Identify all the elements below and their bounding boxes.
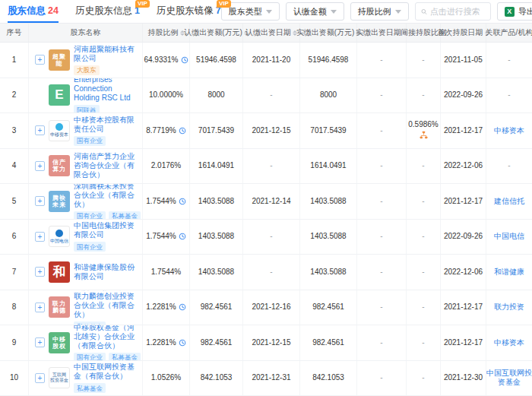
expand-row-button[interactable]: + — [35, 161, 45, 171]
table-row: 4 + 信产算力 河南信产算力企业咨询合伙企业（有限合伙） 2.0176% 16… — [0, 149, 532, 185]
tag-list: 私募基金 — [74, 322, 140, 325]
ratio-cell: 8.7719% — [143, 113, 190, 148]
related-product-link[interactable]: 和谐健康 — [494, 268, 524, 277]
shareholder-name-link[interactable]: 河南超聚能科技有限公司 — [74, 45, 140, 63]
row-index: 10 — [0, 361, 29, 396]
row-index: 8 — [0, 290, 29, 325]
table-body: 1 + 超聚能 河南超聚能科技有限公司 大股东 64.9331% 51946.4… — [0, 43, 532, 396]
column-header[interactable]: 股东名称 — [29, 24, 143, 42]
column-header[interactable]: 认缴出资额(万元) — [190, 24, 243, 42]
subscribed-date-cell: 2021-12-15 — [243, 325, 300, 360]
related-product-link[interactable]: 建信信托 — [494, 197, 524, 206]
vip-badge: VIP — [135, 0, 150, 8]
paid-amount-cell: 982.4561 — [300, 325, 357, 360]
tab[interactable]: 历史股东镜像 7 VIP — [157, 0, 221, 23]
toolbar: 股东类型 认缴金额 持股比例 X 导出 — [221, 0, 532, 23]
expand-row-button[interactable]: + — [35, 337, 45, 347]
related-product-link[interactable]: 中移资本 — [494, 126, 524, 135]
ratio-trend-clock-icon[interactable] — [181, 56, 188, 64]
paid-date-cell: - — [357, 361, 407, 396]
export-button[interactable]: X 导出 — [497, 2, 532, 21]
column-header[interactable]: 间接持股比例 — [407, 24, 441, 42]
shareholder-name-link[interactable]: 和谐健康保险股份有限公司 — [74, 263, 140, 281]
table-row: 3 + 中移资本 中移资本控股有限责任公司 国有企业 8.7719% 7017.… — [0, 113, 532, 149]
ratio-trend-clock-icon[interactable] — [179, 127, 186, 135]
column-header[interactable]: 关联产品/机构 — [486, 24, 532, 42]
shareholder-name-link[interactable]: 河南信产算力企业咨询合伙企业（有限合伙） — [74, 152, 140, 179]
ratio-value: 2.0176% — [151, 161, 181, 170]
related-product-cell: 中国互联网投资基金 — [486, 361, 532, 396]
indirect-ratio-value: - — [422, 303, 424, 312]
tag-list: 国有企业私募基金 — [74, 353, 140, 360]
column-header[interactable]: 认缴出资日期 — [243, 24, 300, 42]
shareholder-name-cell: + 超聚能 河南超聚能科技有限公司 大股东 — [29, 43, 143, 78]
paid-amount-cell: 8000 — [300, 78, 357, 113]
indirect-ratio-cell: - — [407, 290, 441, 325]
shareholder-name-cell: + 信产算力 河南信产算力企业咨询合伙企业（有限合伙） — [29, 149, 143, 184]
filter-dropdown[interactable]: 持股比例 — [350, 2, 409, 21]
related-product-cell: - — [486, 78, 532, 113]
related-product-cell: 中移资本 — [486, 325, 532, 360]
shareholder-name-link[interactable]: 中移股权基金（河北雄安）合伙企业（有限合伙） — [74, 325, 140, 350]
shareholder-name-link[interactable]: Enterprises Connection Holding RSC Ltd — [74, 78, 140, 103]
ratio-trend-clock-icon[interactable] — [179, 303, 186, 311]
tab[interactable]: 历史股东信息 1 VIP — [75, 0, 140, 23]
paid-date-cell: - — [357, 113, 407, 148]
column-header[interactable]: 实缴出资额(万元) — [300, 24, 357, 42]
subscribed-amount-cell: 1403.5088 — [190, 255, 243, 290]
indirect-ratio-cell: - — [407, 361, 441, 396]
row-index: 5 — [0, 184, 29, 219]
vip-badge: VIP — [217, 0, 231, 8]
logo-mark — [55, 230, 63, 237]
ratio-trend-clock-icon[interactable] — [179, 198, 186, 205]
ratio-cell: 1.7544% — [143, 184, 190, 219]
indirect-ratio-cell: 0.5986% — [407, 113, 441, 148]
shareholder-name-link[interactable]: 中国互联网投资基金（有限合伙） — [74, 363, 140, 381]
ratio-cell: 1.2281% — [143, 290, 190, 325]
indirect-ratio-value: - — [422, 338, 424, 347]
equity-penetration-icon[interactable] — [420, 131, 428, 141]
tag-list: 阿联酋 — [74, 105, 140, 112]
expand-row-button[interactable]: + — [35, 55, 45, 65]
tab-label: 历史股东镜像 — [157, 5, 214, 17]
ratio-trend-clock-icon[interactable] — [179, 233, 186, 240]
related-product-link[interactable]: 中国电信 — [494, 232, 524, 241]
related-product-link[interactable]: 联力投资 — [494, 303, 524, 312]
expand-row-button[interactable]: + — [35, 196, 45, 206]
subscribed-amount-cell: 1403.5088 — [190, 184, 243, 219]
related-product-link[interactable]: 中国互联网投资基金 — [486, 369, 532, 387]
filter-dropdown[interactable]: 认缴金额 — [286, 2, 344, 21]
expand-row-button[interactable]: + — [35, 373, 45, 383]
shareholder-name-link[interactable]: 深圳腾袂未来投资合伙企业（有限合伙） — [74, 184, 140, 209]
paid-date-cell: - — [357, 220, 407, 255]
related-product-link[interactable]: 中移资本 — [494, 338, 524, 347]
related-product-cell: 中移资本 — [486, 113, 532, 148]
indirect-ratio-cell: - — [407, 325, 441, 360]
expand-row-button[interactable]: + — [35, 232, 45, 242]
column-header[interactable]: 实缴出资日期 — [357, 24, 407, 42]
search-input[interactable] — [430, 7, 485, 16]
expand-row-button[interactable]: + — [35, 267, 45, 277]
subscribed-amount-cell: 842.1053 — [190, 361, 243, 396]
ratio-trend-clock-icon[interactable] — [179, 339, 186, 347]
ratio-value: 1.7544% — [146, 232, 176, 241]
shareholder-name-link[interactable]: 中移资本控股有限责任公司 — [74, 116, 140, 134]
column-header[interactable]: 首次持股日期 — [441, 24, 486, 42]
column-header[interactable]: 序号 — [0, 24, 29, 42]
company-tag: 大股东 — [74, 65, 100, 75]
column-header[interactable]: 持股比例 — [143, 24, 190, 42]
paid-amount-cell: 1614.0491 — [300, 149, 357, 184]
row-index: 9 — [0, 325, 29, 360]
paid-date-cell: - — [357, 325, 407, 360]
name-block: 河南超聚能科技有限公司 大股东 — [74, 45, 140, 75]
paid-date-cell: - — [357, 184, 407, 219]
company-logo: 中移资本 — [49, 120, 70, 141]
search-box[interactable] — [415, 2, 491, 21]
expand-row-button[interactable]: + — [35, 125, 45, 135]
filter-label: 认缴金额 — [293, 6, 327, 17]
shareholder-name-link[interactable]: 中国电信集团投资有限公司 — [74, 221, 140, 239]
tab[interactable]: 股东信息 24 — [8, 0, 59, 23]
subscribed-date-cell: - — [243, 255, 300, 290]
shareholder-name-link[interactable]: 宁波梅山保税港区联力麟德创业投资合伙企业（有限合伙） — [74, 290, 140, 320]
expand-row-button[interactable]: + — [35, 303, 45, 312]
